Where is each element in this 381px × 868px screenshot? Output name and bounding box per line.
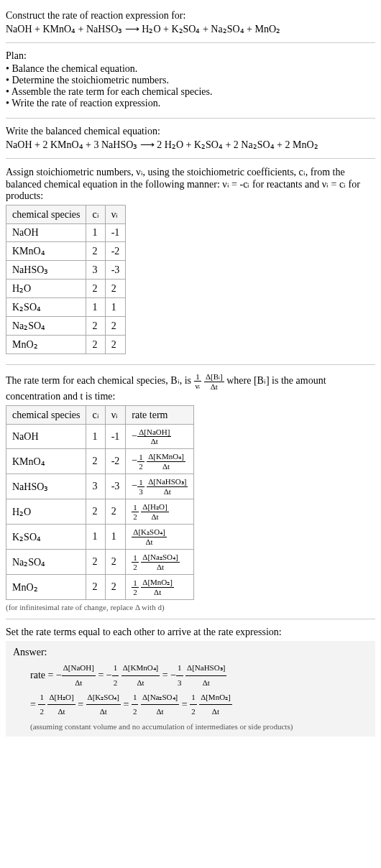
cell: 1 xyxy=(86,425,105,449)
divider xyxy=(6,619,375,619)
cell: K₂SO₄ xyxy=(6,525,86,550)
answer-box: Answer: rate = −Δ[NaOH]Δt = −12 Δ[KMnO₄]… xyxy=(6,641,375,737)
table-row: MnO₂2212 Δ[MnO₂]Δt xyxy=(6,575,194,600)
cell: 2 xyxy=(86,317,105,336)
table-row: NaOH1-1−Δ[NaOH]Δt xyxy=(6,425,194,449)
cell: -2 xyxy=(105,449,126,474)
cell: Na₂SO₄ xyxy=(6,317,86,336)
col-nui: νᵢ xyxy=(105,206,126,224)
plan-item: Assemble the rate term for each chemical… xyxy=(6,86,375,98)
cell-rate-term: 12 Δ[H₂O]Δt xyxy=(126,499,194,525)
cell: 1 xyxy=(86,298,105,317)
cell: NaOH xyxy=(6,224,86,242)
cell: 3 xyxy=(86,261,105,280)
set-equal-text: Set the rate terms equal to each other t… xyxy=(6,627,375,638)
cell: KMnO₄ xyxy=(6,449,86,474)
table-row: Na₂SO₄2212 Δ[Na₂SO₄]Δt xyxy=(6,550,194,575)
title: Construct the rate of reaction expressio… xyxy=(6,10,375,22)
frac-den: Δt xyxy=(204,382,224,391)
cell: NaHSO₃ xyxy=(6,474,86,499)
cell: K₂SO₄ xyxy=(6,298,86,317)
table-row: H₂O2212 Δ[H₂O]Δt xyxy=(6,499,194,525)
answer-label: Answer: xyxy=(13,647,368,658)
rate-expression: rate = −Δ[NaOH]Δt = −12 Δ[KMnO₄]Δt = −13… xyxy=(13,661,368,719)
divider xyxy=(6,158,375,159)
cell: -3 xyxy=(105,261,126,280)
plan-label: Plan: xyxy=(6,50,375,62)
col-ci: cᵢ xyxy=(86,206,105,224)
table-row: NaHSO₃3-3 xyxy=(6,261,126,280)
cell: -3 xyxy=(105,474,126,499)
table-row: KMnO₄2-2 xyxy=(6,242,126,261)
balanced-label: Write the balanced chemical equation: xyxy=(6,126,375,137)
table-row: NaHSO₃3-3−13 Δ[NaHSO₃]Δt xyxy=(6,474,194,499)
plan-item: Balance the chemical equation. xyxy=(6,63,375,75)
table-header-row: chemical species cᵢ νᵢ xyxy=(6,206,126,224)
cell: 2 xyxy=(86,550,105,575)
cell: NaOH xyxy=(6,425,86,449)
assign-text: Assign stoichiometric numbers, νᵢ, using… xyxy=(6,166,375,202)
cell: -1 xyxy=(105,425,126,449)
cell: 2 xyxy=(86,242,105,261)
assign-section: Assign stoichiometric numbers, νᵢ, using… xyxy=(6,162,375,361)
table-header-row: chemical species cᵢ νᵢ rate term xyxy=(6,406,194,425)
cell: H₂O xyxy=(6,280,86,298)
cell: NaHSO₃ xyxy=(6,261,86,280)
divider xyxy=(6,42,375,43)
divider xyxy=(6,118,375,119)
rate-term-text-1: The rate term for each chemical species,… xyxy=(6,375,191,386)
cell-rate-term: 12 Δ[Na₂SO₄]Δt xyxy=(126,550,194,575)
cell: 2 xyxy=(86,336,105,354)
col-ci: cᵢ xyxy=(86,406,105,425)
plan-list: Balance the chemical equation. Determine… xyxy=(6,63,375,109)
col-nui: νᵢ xyxy=(105,406,126,425)
plan-item: Write the rate of reaction expression. xyxy=(6,98,375,109)
rate-term-section: The rate term for each chemical species,… xyxy=(6,368,375,616)
table-row: MnO₂22 xyxy=(6,336,126,354)
rate-term-general-fraction: 1 νᵢ xyxy=(194,372,202,391)
cell: 2 xyxy=(86,449,105,474)
frac-den: νᵢ xyxy=(194,382,202,391)
divider xyxy=(6,364,375,365)
cell: 1 xyxy=(86,525,105,550)
cell-rate-term: −12 Δ[KMnO₄]Δt xyxy=(126,449,194,474)
cell: 2 xyxy=(105,336,126,354)
frac-num: 1 xyxy=(194,372,202,382)
cell: KMnO₄ xyxy=(6,242,86,261)
problem-statement: Construct the rate of reaction expressio… xyxy=(6,6,375,40)
cell: MnO₂ xyxy=(6,336,86,354)
answer-assumption: (assuming constant volume and no accumul… xyxy=(13,722,368,731)
stoich-table: chemical species cᵢ νᵢ NaOH1-1 KMnO₄2-2 … xyxy=(6,205,126,354)
cell-rate-term: Δ[K₂SO₄]Δt xyxy=(126,525,194,550)
cell: 1 xyxy=(105,525,126,550)
cell: MnO₂ xyxy=(6,575,86,600)
table-row: H₂O22 xyxy=(6,280,126,298)
cell: Na₂SO₄ xyxy=(6,550,86,575)
cell: H₂O xyxy=(6,499,86,525)
frac-num: Δ[Bᵢ] xyxy=(204,372,224,382)
cell: 2 xyxy=(105,280,126,298)
table-row: K₂SO₄11Δ[K₂SO₄]Δt xyxy=(6,525,194,550)
cell: 3 xyxy=(86,474,105,499)
cell: 2 xyxy=(86,575,105,600)
cell: -1 xyxy=(105,224,126,242)
table-row: Na₂SO₄22 xyxy=(6,317,126,336)
cell-rate-term: 12 Δ[MnO₂]Δt xyxy=(126,575,194,600)
cell: 2 xyxy=(86,499,105,525)
cell: 2 xyxy=(105,575,126,600)
infinitesimal-note: (for infinitesimal rate of change, repla… xyxy=(6,603,375,611)
plan-item: Determine the stoichiometric numbers. xyxy=(6,75,375,86)
rate-term-general-fraction-2: Δ[Bᵢ] Δt xyxy=(204,372,224,391)
set-equal-section: Set the rate terms equal to each other t… xyxy=(6,622,375,741)
cell-rate-term: −13 Δ[NaHSO₃]Δt xyxy=(126,474,194,499)
cell: 1 xyxy=(86,224,105,242)
rate-term-table: chemical species cᵢ νᵢ rate term NaOH1-1… xyxy=(6,405,194,600)
col-species: chemical species xyxy=(6,406,86,425)
cell-rate-term: −Δ[NaOH]Δt xyxy=(126,425,194,449)
col-species: chemical species xyxy=(6,206,86,224)
cell: 1 xyxy=(105,298,126,317)
cell: 2 xyxy=(105,550,126,575)
table-row: KMnO₄2-2−12 Δ[KMnO₄]Δt xyxy=(6,449,194,474)
unbalanced-equation: NaOH + KMnO₄ + NaHSO₃ ⟶ H₂O + K₂SO₄ + Na… xyxy=(6,23,375,35)
cell: 2 xyxy=(105,317,126,336)
